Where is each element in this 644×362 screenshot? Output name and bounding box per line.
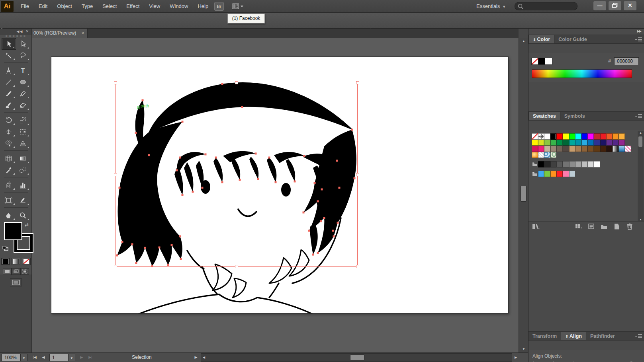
new-swatch-icon[interactable] — [613, 223, 621, 230]
blend-tool[interactable] — [16, 164, 30, 176]
swatch[interactable] — [606, 140, 613, 146]
swatch[interactable] — [619, 133, 625, 140]
swatch[interactable] — [532, 140, 538, 146]
first-artboard-button[interactable]: |◀ — [31, 354, 38, 361]
eraser-tool[interactable] — [16, 99, 30, 111]
pattern-blue-swatch[interactable] — [544, 152, 550, 158]
new-color-group-icon[interactable] — [600, 223, 608, 230]
swatch[interactable] — [538, 171, 544, 177]
color-spectrum-bar[interactable] — [532, 69, 632, 78]
swatch-options-icon[interactable] — [587, 223, 595, 230]
folder-swatch[interactable] — [532, 171, 538, 177]
menu-item-file[interactable]: File — [16, 0, 34, 12]
horizontal-scrollbar[interactable]: ◀ — [201, 353, 512, 362]
line-segment-tool[interactable] — [2, 76, 16, 88]
swatch[interactable] — [563, 146, 569, 152]
swatch[interactable] — [556, 161, 563, 167]
gradient-blue-swatch[interactable] — [619, 146, 625, 152]
swatch[interactable] — [563, 171, 569, 177]
vertical-scrollbar[interactable]: ▲ ▼ — [519, 38, 528, 352]
scroll-left-icon[interactable]: ◀ — [201, 354, 207, 361]
eyedropper-tool[interactable] — [2, 164, 16, 176]
type-tool[interactable]: T — [16, 65, 30, 76]
swatch[interactable] — [538, 161, 544, 167]
workspace-switcher[interactable]: Essentials▼ — [476, 0, 506, 13]
tab-symbols[interactable]: Symbols — [560, 112, 589, 120]
last-artboard-button[interactable]: ▶| — [87, 354, 94, 361]
direct-selection-tool[interactable] — [16, 38, 30, 50]
scroll-up-icon[interactable]: ▲ — [638, 131, 644, 135]
swatch[interactable] — [556, 140, 563, 146]
pattern-pink-swatch[interactable] — [625, 146, 631, 152]
fill-proxy-swatch[interactable] — [4, 222, 22, 240]
menu-item-select[interactable]: Select — [98, 0, 121, 12]
tab-swatches[interactable]: Swatches — [529, 112, 560, 120]
tab-color-guide[interactable]: Color Guide — [554, 35, 591, 43]
pencil-tool[interactable] — [16, 88, 30, 99]
zoom-field[interactable]: 100% — [2, 354, 21, 361]
tools-gripper[interactable]: ■ ■ ■ ■ ■ ■ — [0, 35, 31, 38]
swatch[interactable] — [613, 140, 619, 146]
tab-close-icon[interactable]: × — [82, 31, 84, 35]
artboard-dropdown[interactable]: ▼ — [69, 354, 75, 361]
menu-item-view[interactable]: View — [144, 0, 165, 12]
pattern-diamond-swatch[interactable] — [538, 152, 544, 158]
lasso-tool[interactable] — [16, 50, 30, 61]
gradient-tool[interactable] — [16, 153, 30, 164]
swatch[interactable] — [550, 133, 557, 140]
shape-builder-tool[interactable] — [2, 138, 16, 149]
swatch[interactable] — [563, 140, 569, 146]
tab-pathfinder[interactable]: Pathfinder — [586, 332, 619, 340]
swatch-libraries-icon[interactable] — [532, 223, 540, 230]
tab-color[interactable]: ⇕Color — [529, 35, 554, 43]
panel-menu-icon[interactable] — [635, 334, 642, 339]
ellipse-tool[interactable] — [16, 76, 30, 88]
swatch[interactable] — [538, 146, 544, 152]
color-button[interactable] — [1, 258, 10, 265]
zoom-dropdown[interactable]: ▼ — [21, 354, 27, 361]
menu-item-object[interactable]: Object — [52, 0, 77, 12]
width-tool[interactable] — [2, 126, 16, 138]
draw-normal-button[interactable] — [3, 268, 12, 275]
swatch[interactable] — [587, 161, 594, 167]
scroll-up-icon[interactable]: ▲ — [519, 38, 529, 45]
swatch[interactable] — [594, 146, 600, 152]
menu-item-window[interactable]: Window — [165, 0, 193, 12]
swatch[interactable] — [538, 140, 544, 146]
pen-tool[interactable] — [2, 65, 16, 76]
swatch[interactable] — [594, 133, 600, 140]
scroll-down-icon[interactable]: ▼ — [519, 346, 529, 352]
white-proxy-swatch[interactable] — [545, 58, 552, 64]
swatch[interactable] — [569, 133, 575, 140]
selection-tool[interactable] — [2, 38, 16, 50]
canvas-pasteboard[interactable]: path — [32, 38, 519, 352]
swatch[interactable] — [556, 171, 563, 177]
scale-tool[interactable] — [16, 115, 30, 126]
swatch-kinds-icon[interactable] — [575, 223, 583, 230]
swatch[interactable] — [575, 133, 581, 140]
artboard-tool[interactable] — [2, 195, 16, 206]
hex-value-field[interactable]: 000000 — [614, 57, 639, 65]
swatch[interactable] — [594, 161, 600, 167]
collapse-icon[interactable]: ◀◀ — [17, 29, 23, 33]
status-expand-icon[interactable]: ▶ — [193, 354, 199, 361]
draw-behind-button[interactable] — [12, 268, 20, 275]
radial-orange-swatch[interactable] — [532, 152, 538, 158]
none-swatch[interactable] — [532, 133, 538, 140]
menu-item-type[interactable]: Type — [77, 0, 98, 12]
free-transform-tool[interactable] — [16, 126, 30, 138]
swatch[interactable] — [594, 140, 600, 146]
swatch[interactable] — [563, 161, 569, 167]
paintbrush-tool[interactable] — [2, 88, 16, 99]
swatch[interactable] — [581, 140, 588, 146]
swatch[interactable] — [575, 140, 581, 146]
swatch[interactable] — [575, 146, 581, 152]
panel-menu-icon[interactable] — [635, 114, 642, 119]
blob-brush-tool[interactable] — [2, 99, 16, 111]
none-proxy-swatch[interactable] — [532, 58, 538, 64]
swatch[interactable] — [619, 140, 625, 146]
swatch[interactable] — [550, 140, 557, 146]
swatch[interactable] — [581, 161, 588, 167]
bridge-button[interactable]: Br — [214, 2, 224, 11]
swatch[interactable] — [544, 133, 550, 140]
